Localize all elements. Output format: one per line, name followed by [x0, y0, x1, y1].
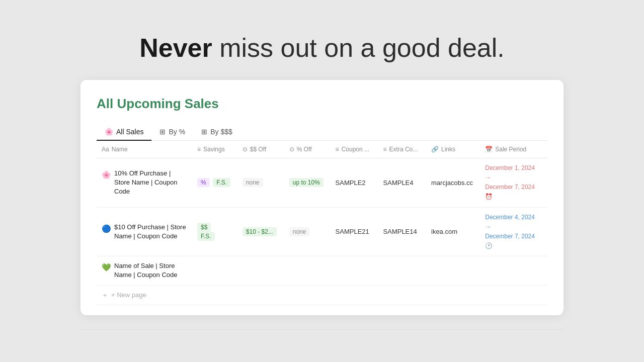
row2-badge-dollar: $$: [197, 223, 211, 232]
row3-coupon: [331, 256, 378, 285]
th-name-icon: Aa: [102, 146, 109, 153]
tabs-bar: 🌸 All Sales ⊞ By % ⊞ By $$$: [97, 124, 547, 141]
row1-pctoff-badge: up to 10%: [289, 178, 324, 187]
card-title-colored: Upcoming Sales: [117, 96, 218, 111]
tab-all-sales[interactable]: 🌸 All Sales: [97, 124, 151, 141]
tab-by-dollar[interactable]: ⊞ By $$$: [193, 124, 240, 141]
row2-savings: $$ F.S.: [192, 207, 237, 256]
row1-period: December 1, 2024 → December 7, 2024 ⏰: [480, 158, 547, 207]
row2-date-range: December 4, 2024 → December 7, 2024 🕐: [485, 213, 542, 251]
row3-links: [426, 256, 480, 285]
th-coupon-icon: ≡: [336, 146, 339, 153]
th-name-label: Name: [112, 146, 128, 153]
table-header-row: AaName ≡Savings ⊙$$ Off ⊙% Off ≡Coupon .…: [97, 141, 547, 158]
th-ss-off: ⊙$$ Off: [237, 141, 284, 158]
row1-ssoff-badge: none: [243, 178, 263, 187]
row1-extra-text: SAMPLE4: [383, 179, 414, 187]
headline: Never miss out on a good deal.: [139, 32, 505, 63]
new-page-row: ＋ + New page: [97, 285, 547, 305]
row1-savings: % F.S.: [192, 158, 237, 207]
th-pct-off: ⊙% Off: [284, 141, 331, 158]
row2-coupon-text: SAMPLE21: [336, 228, 369, 235]
th-pctoff-label: % Off: [297, 146, 312, 153]
new-page-cell: ＋ + New page: [97, 285, 547, 305]
row3-name-cell: 💚 Name of Sale | Store Name | Coupon Cod…: [97, 256, 192, 285]
tab-by-dollar-icon: ⊞: [201, 128, 207, 136]
row2-name-text: $10 Off Purchase | Store Name | Coupon C…: [114, 223, 187, 241]
row2-extra: SAMPLE14: [378, 207, 426, 256]
row3-savings: [192, 256, 237, 285]
page-wrapper: Never miss out on a good deal. All Upcom…: [0, 0, 644, 362]
row2-pct-off: none: [284, 207, 331, 256]
headline-rest: miss out on a good deal.: [212, 33, 505, 62]
table-row: 🔵 $10 Off Purchase | Store Name | Coupon…: [97, 207, 547, 256]
headline-bold: Never: [139, 33, 212, 62]
row2-name-cell: 🔵 $10 Off Purchase | Store Name | Coupon…: [97, 207, 192, 256]
row2-pctoff-badge: none: [289, 227, 310, 236]
row1-date-start: December 1, 2024 →: [485, 163, 542, 183]
th-extra-icon: ≡: [383, 146, 387, 153]
th-links-label: Links: [441, 146, 455, 153]
row1-links: marcjacobs.cc: [426, 158, 480, 207]
row2-coupon: SAMPLE21: [331, 207, 378, 256]
row2-emoji: 🔵: [102, 223, 111, 234]
th-extra: ≡Extra Co...: [378, 141, 426, 158]
th-name: AaName: [97, 141, 192, 158]
table-row: 💚 Name of Sale | Store Name | Coupon Cod…: [97, 256, 547, 285]
row2-date-start: December 4, 2024 →: [485, 213, 542, 232]
th-coupon-label: Coupon ...: [342, 146, 369, 153]
bottom-divider: [80, 329, 564, 330]
th-period-icon: 📅: [485, 146, 493, 153]
row3-ss-off: [237, 256, 284, 285]
row1-badge-percent: %: [197, 178, 210, 187]
row1-date-range: December 1, 2024 → December 7, 2024 ⏰: [485, 163, 542, 202]
tab-by-percent[interactable]: ⊞ By %: [151, 124, 193, 141]
row1-ss-off: none: [237, 158, 284, 207]
row1-links-text: marcjacobs.cc: [431, 179, 473, 187]
row2-links: ikea.com: [426, 207, 480, 256]
th-ssoff-icon: ⊙: [243, 146, 248, 153]
th-pctoff-icon: ⊙: [289, 146, 294, 153]
row1-badge-fs: F.S.: [213, 178, 230, 187]
row1-date-end: December 7, 2024 ⏰: [485, 183, 542, 202]
th-savings: ≡Savings: [192, 141, 237, 158]
row2-extra-text: SAMPLE14: [383, 228, 417, 235]
th-extra-label: Extra Co...: [389, 146, 418, 153]
tab-by-dollar-label: By $$$: [210, 128, 232, 136]
row2-badge-fs: F.S.: [197, 232, 215, 241]
card-title: All Upcoming Sales: [97, 96, 547, 112]
row1-name-cell: 🌸 10% Off Purchase | Store Name | Coupon…: [97, 158, 192, 207]
row1-extra: SAMPLE4: [378, 158, 426, 207]
row2-ssoff-badge: $10 - $2...: [243, 227, 277, 236]
th-savings-icon: ≡: [197, 146, 201, 153]
sales-table: AaName ≡Savings ⊙$$ Off ⊙% Off ≡Coupon .…: [97, 141, 547, 305]
tab-all-sales-icon: 🌸: [105, 128, 113, 136]
row2-links-text: ikea.com: [431, 228, 457, 235]
th-links: 🔗Links: [426, 141, 480, 158]
row3-pct-off: [284, 256, 331, 285]
row2-ss-off: $10 - $2...: [237, 207, 284, 256]
new-page-icon: ＋: [102, 291, 108, 300]
th-period: 📅Sale Period: [480, 141, 547, 158]
row1-coupon-text: SAMPLE2: [336, 179, 366, 187]
th-savings-label: Savings: [203, 146, 225, 153]
row2-period: December 4, 2024 → December 7, 2024 🕐: [480, 207, 547, 256]
new-page-button[interactable]: ＋ + New page: [102, 291, 542, 300]
th-ssoff-label: $$ Off: [250, 146, 266, 153]
row1-coupon: SAMPLE2: [331, 158, 378, 207]
tab-all-sales-label: All Sales: [116, 128, 143, 136]
row3-period: [480, 256, 547, 285]
th-coupon: ≡Coupon ...: [331, 141, 378, 158]
row3-name-text: Name of Sale | Store Name | Coupon Code: [114, 261, 187, 280]
th-period-label: Sale Period: [495, 146, 526, 153]
new-page-label: + New page: [111, 291, 146, 299]
card-title-plain: All: [97, 96, 113, 111]
main-card: All Upcoming Sales 🌸 All Sales ⊞ By % ⊞ …: [80, 80, 564, 315]
tab-by-percent-label: By %: [169, 128, 185, 136]
th-links-icon: 🔗: [431, 146, 439, 153]
row1-name-text: 10% Off Purchase | Store Name | Coupon C…: [114, 169, 187, 197]
tab-by-percent-icon: ⊞: [159, 128, 166, 136]
row1-emoji: 🌸: [102, 169, 111, 180]
row1-pct-off: up to 10%: [284, 158, 331, 207]
table-row: 🌸 10% Off Purchase | Store Name | Coupon…: [97, 158, 547, 207]
